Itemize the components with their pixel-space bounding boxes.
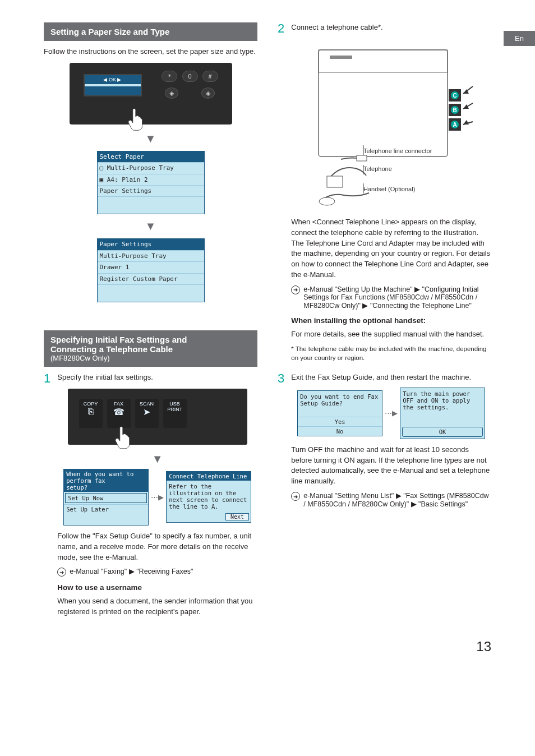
svg-rect-1 [319,50,448,72]
step1-text: Specify the initial fax settings. [57,372,257,383]
yes-option: Yes [298,417,382,426]
keypad-zero-button: 0 [182,71,198,82]
keypad-hash-button: ＃ [202,71,218,82]
right-column: 2 Connect a telephone cable*. [278,22,491,622]
step3-text: Exit the Fax Setup Guide, and then resta… [291,372,491,383]
exit-guide-lcd-b: Turn the main power OFF and ON to apply … [400,388,485,439]
copy-mode-button: COPY⎘ [79,399,103,428]
emanual-reference: ➜ e-Manual "Setting Up the Machine" ▶ "C… [291,285,491,310]
svg-rect-2 [330,56,352,59]
emanual-bullet-icon: ➜ [291,492,300,501]
telephone-label: Telephone [363,165,392,172]
emanual-reference: ➜ e-Manual "Setting Menu List" ▶ "Fax Se… [291,491,491,508]
port-a-label: A [453,122,456,128]
diamond-button: ◈ [165,87,178,99]
svg-marker-11 [463,120,469,125]
emanual-bullet-icon: ➜ [291,285,300,294]
arrow-down-icon: ▼ [57,453,257,465]
svg-rect-13 [357,155,367,161]
emanual-bullet-icon: ➜ [57,568,66,577]
lcd-row: ▣ A4: Plain 2 [98,174,204,185]
lcd-row: Paper Settings [98,185,204,196]
username-heading: How to use a username [57,583,257,592]
lcd2-option: Set Up Now [65,493,147,503]
finger-pointer-icon [126,108,145,131]
step-number: 1 [44,372,50,622]
lcd2-body: Refer to the illustration on the next sc… [167,481,251,512]
lcd2-option: Set Up Later [64,504,148,514]
section-title-line1: Specifying Initial Fax Settings and [50,335,251,344]
diamond-button-2: ◈ [201,87,215,99]
section-subtitle: (MF8280Cw Only) [50,354,251,362]
keypad-star-button: ＊ [162,71,177,82]
port-b-label: B [453,107,456,113]
step2-paragraph: When <Connect Telephone Line> appears on… [291,217,491,280]
language-tab: En [504,31,535,46]
lcd-row: Register Custom Paper [98,273,204,284]
lcd-row: Multi-Purpose Tray [98,250,204,261]
next-button: Next [225,513,249,520]
exit-guide-lcd-a: Do you want to end Fax Setup Guide? Yes … [297,390,382,436]
lcd3a-body: Do you want to end Fax Setup Guide? [298,391,382,409]
section-header-paper: Setting a Paper Size and Type [44,22,257,41]
left-column: Setting a Paper Size and Type Follow the… [44,22,257,622]
footnote: * The telephone cable may be included wi… [291,344,491,362]
username-paragraph: When you send a document, the sender inf… [57,596,257,617]
transition-dots-icon: ⋯▶ [385,409,398,417]
printer-illustration: C B A [291,39,491,209]
scan-mode-button: SCAN➤ [135,399,159,428]
section-title-line2: Connecting a Telephone Cable [50,344,251,354]
page-number: 13 [44,639,491,654]
fax-mode-button: FAX☎ [107,399,131,428]
lcd2-title: Connect Telephone Line [167,472,251,481]
lcd-row: ▢ Multi-Purpose Tray [98,162,204,173]
step2-text: Connect a telephone cable*. [291,22,491,33]
intro-paragraph: Follow the instructions on the screen, s… [44,47,257,57]
fax-setup-lcd-b: Connect Telephone Line Refer to the illu… [166,471,251,523]
handset-label: Handset (Optional) [363,186,415,192]
step-number: 3 [278,372,284,513]
nav-keys-label: ◀ OK ▶ [85,75,141,84]
section-title: Setting a Paper Size and Type [50,27,169,36]
step-number: 2 [278,22,284,367]
mode-panel-illustration: COPY⎘ FAX☎ SCAN➤ USB PRINT [68,389,247,445]
port-c-label: C [453,93,456,99]
arrow-down-icon: ▼ [44,220,257,233]
finger-pointer-icon [113,426,132,454]
device-panel-illustration: ◀ OK ▶ ＊ 0 ＃ ◈ ◈ [44,63,257,127]
step1-note: Follow the "Fax Setup Guide" to specify … [57,531,257,563]
handset-heading: When installing the optional handset: [291,316,491,325]
svg-point-17 [319,197,335,205]
emanual-reference: ➜ e-Manual "Faxing" ▶ "Receiving Faxes" [57,567,257,577]
svg-rect-0 [319,50,448,156]
lcd-title: Select Paper [98,151,204,162]
arrow-down-icon: ▼ [44,132,257,145]
emanual-text: e-Manual "Setting Up the Machine" ▶ "Con… [303,285,491,310]
no-option: No [298,426,382,436]
lcd2-title-l1: When do you want to perform fax [66,471,133,484]
fax-setup-lcd-a: When do you want to perform faxsetup? Se… [63,469,149,525]
emanual-text: e-Manual "Setting Menu List" ▶ "Fax Sett… [303,491,491,508]
section-header-fax: Specifying Initial Fax Settings and Conn… [44,330,257,367]
lcd-title: Paper Settings [98,239,204,250]
lcd-row: Drawer 1 [98,261,204,273]
svg-rect-15 [327,176,343,187]
transition-dots-icon: ⋯▶ [151,493,164,501]
usb-mode-button: USB PRINT [163,399,187,428]
emanual-text: e-Manual "Faxing" ▶ "Receiving Faxes" [70,567,193,575]
telephone-line-connector-label: Telephone line connector [363,147,432,154]
step3-paragraph: Turn OFF the machine and wait for at lea… [291,445,491,487]
lcd3b-body: Turn the main power OFF and ON to apply … [400,388,485,413]
handset-paragraph: For more details, see the supplied manua… [291,329,491,340]
lcd2-title-l2: setup? [66,484,87,491]
lcd-select-paper: Select Paper ▢ Multi-Purpose Tray ▣ A4: … [97,151,205,215]
ok-button: OK [402,427,483,437]
lcd-paper-settings: Paper Settings Multi-Purpose Tray Drawer… [97,238,205,302]
